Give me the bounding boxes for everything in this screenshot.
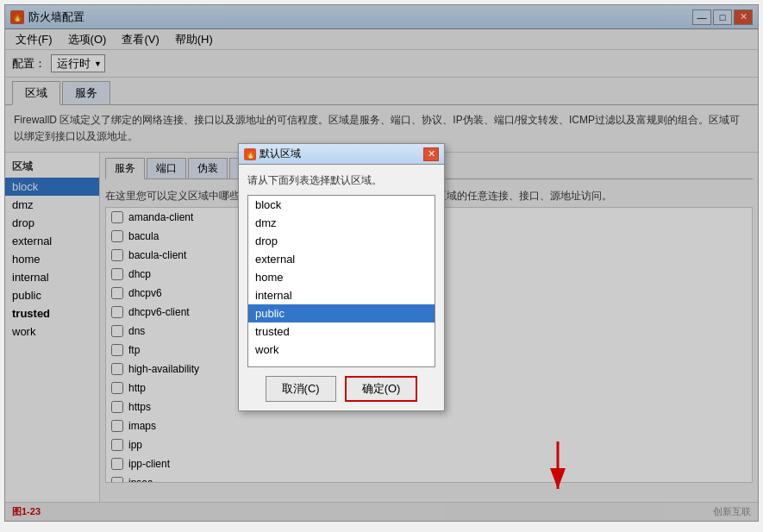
modal-title-left: 🔥 默认区域 xyxy=(244,147,301,161)
modal-item-drop[interactable]: drop xyxy=(248,232,435,250)
modal-cancel-button[interactable]: 取消(C) xyxy=(266,376,336,402)
modal-item-public[interactable]: public xyxy=(248,304,435,322)
modal-dialog: 🔥 默认区域 ✕ 请从下面列表选择默认区域。 block dmz drop ex… xyxy=(238,143,445,411)
modal-item-internal[interactable]: internal xyxy=(248,286,435,304)
modal-title-bar: 🔥 默认区域 ✕ xyxy=(239,144,444,165)
modal-item-dmz[interactable]: dmz xyxy=(248,214,435,232)
modal-buttons: 取消(C) 确定(O) xyxy=(247,376,435,402)
modal-icon: 🔥 xyxy=(244,148,256,160)
modal-title: 默认区域 xyxy=(260,147,301,161)
modal-item-block[interactable]: block xyxy=(248,196,435,214)
modal-close-button[interactable]: ✕ xyxy=(423,147,439,161)
modal-item-home[interactable]: home xyxy=(248,268,435,286)
modal-zone-list: block dmz drop external home internal pu… xyxy=(247,195,435,367)
modal-body: 请从下面列表选择默认区域。 block dmz drop external ho… xyxy=(239,165,444,410)
main-window: 🔥 防火墙配置 — □ ✕ 文件(F) 选项(O) 查看(V) 帮助(H) 配置… xyxy=(4,4,759,522)
modal-item-external[interactable]: external xyxy=(248,250,435,268)
modal-ok-button[interactable]: 确定(O) xyxy=(345,376,418,402)
modal-item-trusted[interactable]: trusted xyxy=(248,322,435,341)
modal-item-work[interactable]: work xyxy=(248,341,435,359)
modal-description: 请从下面列表选择默认区域。 xyxy=(247,173,435,188)
